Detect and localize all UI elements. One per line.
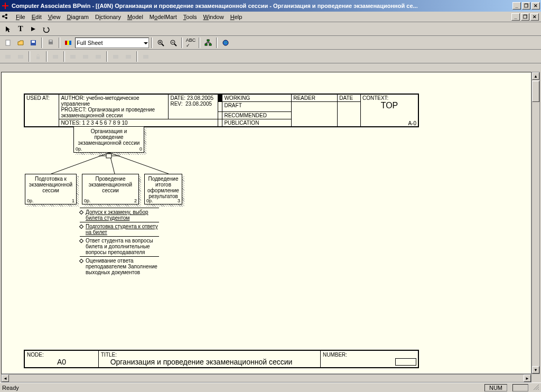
menu-edit[interactable]: Edit: [29, 13, 45, 21]
svg-rect-1: [5, 3, 6, 9]
scroll-up-button[interactable]: ▲: [532, 72, 539, 80]
mdi-minimize-button[interactable]: _: [511, 13, 520, 21]
spellcheck-button[interactable]: ABC✓: [185, 37, 197, 49]
undo-button[interactable]: [40, 23, 52, 35]
menu-model[interactable]: Model: [124, 13, 146, 21]
svg-rect-24: [209, 44, 211, 45]
tree-child-1[interactable]: Подготовка к экзаменационной сессии 0p.1: [25, 174, 77, 204]
globe-button[interactable]: [220, 37, 231, 49]
mm-btn-4: [67, 51, 79, 62]
menu-window[interactable]: Window: [200, 13, 227, 21]
zoom-in-button[interactable]: [155, 37, 166, 49]
mdi-restore-button[interactable]: ❐: [521, 13, 529, 21]
menu-dictionary[interactable]: Dictionary: [92, 13, 124, 21]
open-button[interactable]: [15, 37, 26, 49]
ftitle-value: Организация и проведение экзаменационной…: [101, 358, 302, 366]
child2-title: Проведение экзаменационной сессии: [89, 176, 132, 193]
svg-rect-31: [18, 55, 23, 59]
print-button[interactable]: [45, 37, 57, 49]
root-num: 0: [139, 146, 142, 152]
svg-rect-22: [207, 40, 209, 41]
scroll-down-button[interactable]: ▼: [532, 366, 539, 374]
number-box: [395, 358, 416, 366]
tree-child-2[interactable]: Проведение экзаменационной сессии 0p.2: [82, 174, 139, 204]
maximize-button[interactable]: ❐: [522, 2, 530, 10]
toolbar-draw: T: [0, 22, 541, 36]
diamond-icon: [79, 210, 83, 214]
date-value: 23.08.2005: [187, 95, 213, 101]
subitem-2[interactable]: Подготовка студента к ответу на билет: [86, 223, 159, 235]
child3-title: Подведение итогов оформление результатов: [147, 176, 179, 199]
mm-btn-5: [80, 51, 91, 62]
diagram-header: USED AT: AUTHOR: учебно-методическое упр…: [24, 94, 419, 127]
subitem-1[interactable]: Допуск к экзамену, выбор билета студенто…: [86, 209, 159, 221]
toolbar-modelmart: [0, 50, 541, 63]
hierarchy-button[interactable]: [202, 37, 214, 49]
scroll-right-button[interactable]: ►: [524, 375, 531, 382]
root-title: Организация и проведение экзаменационной…: [78, 128, 140, 146]
mm-btn-9: [140, 51, 152, 62]
tree-child-3[interactable]: Подведение итогов оформление результатов…: [144, 174, 182, 204]
status-num: NUM: [484, 384, 507, 391]
author-label: AUTHOR:: [61, 95, 85, 101]
mm-btn-8: [123, 51, 134, 62]
mm-btn-1: [2, 51, 14, 62]
mm-btn-7: [110, 51, 122, 62]
statusbar: Ready NUM: [0, 382, 541, 392]
canvas-area[interactable]: USED AT: AUTHOR: учебно-методическое упр…: [1, 72, 531, 374]
svg-rect-7: [6, 40, 10, 45]
scroll-left-button[interactable]: ◄: [2, 375, 9, 382]
publication-label: PUBLICATION: [224, 120, 259, 126]
context-label: CONTEXT:: [362, 95, 388, 101]
resize-grip-icon[interactable]: [533, 384, 540, 391]
menu-file[interactable]: File: [13, 13, 29, 21]
save-button[interactable]: [27, 37, 39, 49]
svg-rect-35: [83, 55, 88, 59]
svg-rect-44: [106, 154, 111, 158]
notes-value: 1 2 3 4 5 6 7 8 9 10: [82, 120, 127, 126]
play-tool-button[interactable]: [27, 23, 39, 35]
diamond-icon: [79, 239, 83, 243]
vertical-scrollbar[interactable]: ▲ ▼: [531, 72, 540, 374]
minimize-button[interactable]: _: [512, 2, 521, 10]
svg-point-29: [223, 40, 228, 45]
zoom-select[interactable]: [75, 38, 149, 48]
svg-line-20: [174, 44, 176, 46]
pointer-tool-button[interactable]: [2, 23, 14, 35]
svg-rect-13: [67, 41, 69, 45]
scroll-thumb[interactable]: [532, 81, 539, 102]
menu-modelmart[interactable]: ModelMart: [146, 13, 180, 21]
hdate-label: DATE: [339, 95, 353, 101]
subitem-3[interactable]: Ответ студента на вопросы билета и допол…: [86, 238, 159, 255]
menu-help[interactable]: Help: [227, 13, 246, 21]
menu-tools[interactable]: Tools: [180, 13, 200, 21]
child1-title: Подготовка к экзаменационной сессии: [29, 176, 72, 193]
new-button[interactable]: [2, 37, 14, 49]
svg-rect-33: [53, 55, 58, 59]
date-label: DATE:: [170, 95, 185, 101]
status-empty: [512, 384, 528, 391]
mdi-icon: [2, 13, 10, 21]
menu-view[interactable]: View: [45, 13, 64, 21]
menu-diagram[interactable]: Diagram: [63, 13, 92, 21]
window-controls: _ ❐ ✕: [512, 2, 540, 10]
horizontal-scrollbar[interactable]: ◄ ►: [1, 374, 531, 382]
node-label: NODE:: [27, 352, 44, 358]
subitem-4[interactable]: Оценивание ответа преподавателем Заполне…: [86, 258, 159, 275]
tree-connectors: [25, 153, 183, 174]
mdi-close-button[interactable]: ✕: [530, 13, 539, 21]
svg-line-47: [538, 389, 539, 390]
svg-rect-37: [113, 55, 118, 59]
text-tool-button[interactable]: T: [15, 23, 26, 35]
tree-root-node[interactable]: Организация и проведение экзаменационной…: [73, 126, 144, 153]
close-button[interactable]: ✕: [531, 2, 540, 10]
toolbar-standard: ABC✓: [0, 36, 541, 50]
zoom-out-button[interactable]: [167, 37, 179, 49]
svg-rect-39: [143, 55, 148, 59]
app-icon: [1, 2, 10, 10]
svg-line-16: [162, 44, 164, 46]
ftitle-label: TITLE:: [101, 352, 117, 358]
diagram-canvas[interactable]: USED AT: AUTHOR: учебно-методическое упр…: [2, 72, 531, 374]
rev-label: REV:: [170, 101, 182, 107]
model-explorer-button[interactable]: [62, 37, 74, 49]
